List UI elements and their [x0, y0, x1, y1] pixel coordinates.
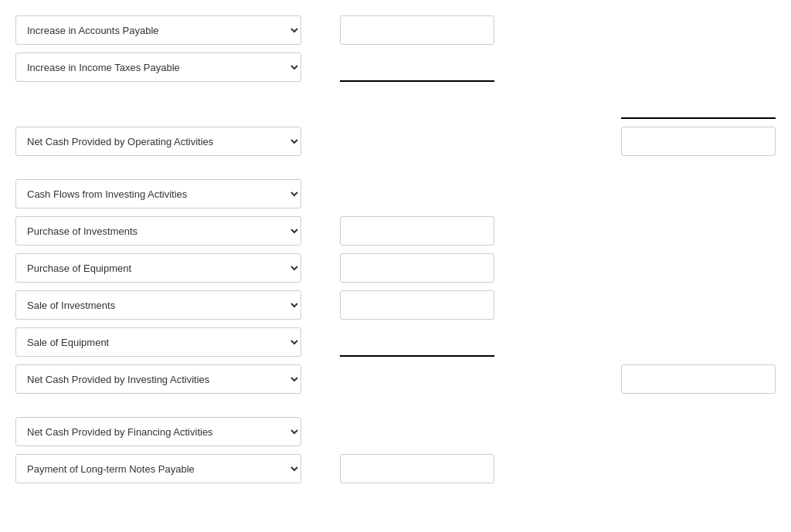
net-cash-operating-select[interactable]: Net Cash Provided by Operating Activitie… — [15, 127, 301, 156]
purchase-equipment-select[interactable]: Purchase of Equipment Sale of Equipment — [15, 253, 301, 283]
net-cash-financing-select[interactable]: Net Cash Provided by Financing Activitie… — [15, 417, 301, 446]
sale-investments-input[interactable] — [340, 290, 494, 320]
purchase-investments-select[interactable]: Purchase of Investments Sale of Investme… — [15, 216, 301, 246]
accounts-payable-row: Increase in Accounts Payable Decrease in… — [15, 15, 776, 45]
payment-longterm-notes-select[interactable]: Payment of Long-term Notes Payable Proce… — [15, 454, 301, 483]
payment-longterm-notes-row: Payment of Long-term Notes Payable Proce… — [15, 454, 776, 483]
net-cash-investing-row: Net Cash Provided by Investing Activitie… — [15, 364, 776, 394]
net-cash-investing-input[interactable] — [621, 364, 776, 394]
purchase-equipment-row: Purchase of Equipment Sale of Equipment — [15, 253, 776, 283]
net-cash-financing-row: Net Cash Provided by Financing Activitie… — [15, 417, 776, 446]
income-taxes-input[interactable] — [340, 53, 494, 82]
sale-equipment-row: Sale of Equipment Purchase of Equipment — [15, 327, 776, 357]
net-cash-operating-row: Net Cash Provided by Operating Activitie… — [15, 127, 776, 156]
operating-subtotal-input[interactable] — [621, 90, 776, 119]
net-cash-operating-input[interactable] — [621, 127, 776, 156]
operating-subtotal-row — [15, 90, 776, 119]
income-taxes-row: Increase in Income Taxes Payable Decreas… — [15, 53, 776, 82]
page-container: Increase in Accounts Payable Decrease in… — [0, 0, 791, 532]
purchase-equipment-input[interactable] — [340, 253, 494, 283]
cash-flows-investing-header-row: Cash Flows from Investing Activities — [15, 179, 776, 208]
sale-equipment-input[interactable] — [340, 327, 494, 357]
cash-flows-investing-select[interactable]: Cash Flows from Investing Activities — [15, 179, 301, 208]
net-cash-investing-select[interactable]: Net Cash Provided by Investing Activitie… — [15, 364, 301, 394]
purchase-investments-row: Purchase of Investments Sale of Investme… — [15, 216, 776, 246]
purchase-investments-input[interactable] — [340, 216, 494, 246]
accounts-payable-input[interactable] — [340, 15, 494, 45]
spacer-1 — [15, 164, 776, 179]
accounts-payable-select[interactable]: Increase in Accounts Payable Decrease in… — [15, 15, 301, 45]
sale-investments-row: Sale of Investments Purchase of Investme… — [15, 290, 776, 320]
payment-longterm-notes-input[interactable] — [340, 454, 494, 483]
spacer-2 — [15, 402, 776, 417]
sale-investments-select[interactable]: Sale of Investments Purchase of Investme… — [15, 290, 301, 320]
sale-equipment-select[interactable]: Sale of Equipment Purchase of Equipment — [15, 327, 301, 357]
income-taxes-select[interactable]: Increase in Income Taxes Payable Decreas… — [15, 53, 301, 82]
